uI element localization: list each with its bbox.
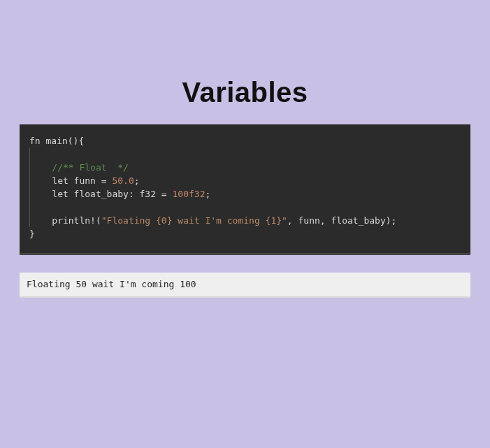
text: , funn, float_baby); bbox=[287, 215, 397, 226]
code-line-fn-decl: fn main(){ bbox=[29, 136, 84, 146]
slide-page: Variables fn main(){ //** Float */ let f… bbox=[0, 0, 490, 448]
output-text: Floating 50 wait I'm coming 100 bbox=[27, 278, 463, 291]
type-f32: f32 bbox=[140, 189, 156, 199]
text: funn = bbox=[69, 175, 113, 186]
closing-brace: } bbox=[29, 229, 35, 239]
code-block: fn main(){ //** Float */ let funn = 50.0… bbox=[20, 124, 470, 255]
code-body: //** Float */ let funn = 50.0; let float… bbox=[29, 147, 461, 227]
number-literal: 50.0 bbox=[112, 175, 134, 186]
code-line-println: println!("Floating {0} wait I'm coming {… bbox=[30, 215, 396, 226]
code-line-let-float-baby: let float_baby: f32 = 100f32; bbox=[30, 189, 210, 199]
keyword-let: let bbox=[30, 189, 69, 199]
comment-float: //** Float */ bbox=[30, 162, 129, 173]
code-line-let-funn: let funn = 50.0; bbox=[30, 175, 140, 186]
number-literal: 100f32 bbox=[173, 189, 206, 199]
output-block: Floating 50 wait I'm coming 100 bbox=[20, 273, 470, 298]
macro-println: println! bbox=[30, 215, 96, 226]
text: ; bbox=[205, 189, 210, 199]
code-content: fn main(){ //** Float */ let funn = 50.0… bbox=[29, 134, 461, 240]
fn-name: main(){ bbox=[41, 136, 85, 146]
string-literal: "Floating {0} wait I'm coming {1}" bbox=[101, 215, 287, 226]
text: = bbox=[156, 189, 172, 199]
keyword-let: let bbox=[30, 175, 69, 186]
text: ; bbox=[134, 175, 140, 186]
text: float_baby: bbox=[69, 189, 140, 199]
text: ( bbox=[96, 215, 101, 226]
page-title: Variables bbox=[0, 77, 490, 108]
keyword-fn: fn bbox=[29, 136, 41, 146]
